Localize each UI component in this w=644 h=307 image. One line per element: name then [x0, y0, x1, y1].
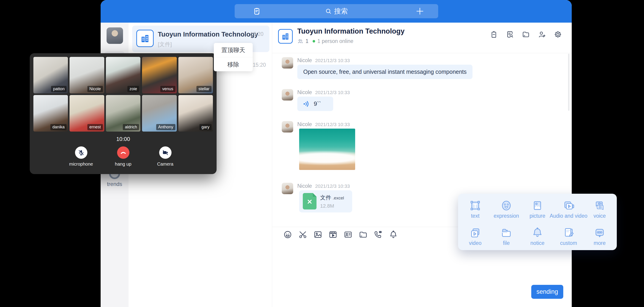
microphone-label: microphone	[69, 162, 93, 167]
send-button[interactable]: sending	[531, 285, 563, 299]
chat-history-icon[interactable]	[506, 30, 514, 39]
emoji-icon[interactable]	[283, 230, 292, 239]
scrollbar[interactable]	[568, 54, 570, 111]
chat-header-actions	[490, 30, 562, 39]
call-timer: 10:00	[30, 136, 216, 142]
popup-item-text[interactable]: text	[460, 200, 491, 223]
participant-tile: stellar	[178, 57, 213, 93]
participant-tile: ernest	[70, 95, 104, 132]
message-meta: Nicole2021/12/3 10:33	[297, 183, 350, 189]
participant-name: gary	[200, 124, 212, 130]
picture-icon	[532, 200, 544, 212]
file-size: 12.8M	[320, 203, 334, 209]
participant-name: Anthony	[156, 124, 176, 130]
expression-icon	[500, 200, 512, 212]
conversation-title: Tuoyun Information Technology	[158, 31, 258, 38]
menu-item-remove[interactable]: 移除	[214, 57, 253, 71]
popup-item-label: Audio and video	[550, 213, 588, 219]
conversation-time: 15:20	[250, 31, 264, 37]
video-icon[interactable]	[328, 230, 338, 239]
message-input-area[interactable]: sending	[272, 242, 572, 307]
microphone-button[interactable]	[75, 146, 87, 159]
chat-title: Tuoyun Information Technology	[297, 27, 404, 35]
add-member-icon[interactable]	[538, 30, 546, 39]
image-message[interactable]	[299, 129, 355, 170]
participant-grid: patton Nicole zoie venus stellar danika …	[34, 57, 213, 132]
my-avatar[interactable]	[106, 27, 123, 44]
file-message[interactable]: 文件 .excel 12.8M	[299, 190, 352, 212]
folder-icon[interactable]	[358, 230, 368, 239]
participant-name: zoie	[128, 86, 139, 92]
search-bar[interactable]: 搜索	[235, 4, 438, 18]
group-file-icon[interactable]	[522, 30, 530, 39]
popup-item-label: voice	[594, 213, 606, 219]
camera-off-icon	[162, 149, 169, 156]
participant-tile: Nicole	[70, 57, 104, 93]
image-icon[interactable]	[313, 230, 322, 239]
notification-icon[interactable]	[389, 230, 398, 239]
group-avatar[interactable]	[278, 29, 293, 44]
popup-item-video[interactable]: video	[460, 227, 491, 250]
camera-button[interactable]	[159, 146, 172, 159]
participant-name: aldrich	[123, 124, 139, 130]
mic-off-icon	[78, 149, 84, 156]
popup-item-custom[interactable]: custom	[553, 227, 584, 250]
sender-avatar[interactable]	[282, 89, 293, 100]
hangup-button[interactable]	[117, 146, 130, 159]
popup-item-voice[interactable]: voice	[584, 200, 615, 223]
participant-name: ernest	[87, 124, 103, 130]
clipboard-icon[interactable]	[252, 7, 261, 15]
chat-panel: Tuoyun Information Technology 1 1 person…	[272, 23, 572, 307]
sender-avatar[interactable]	[282, 57, 293, 68]
participant-tile: patton	[34, 57, 68, 93]
file-upload-icon	[500, 227, 512, 239]
chat-header: Tuoyun Information Technology 1 1 person…	[272, 23, 572, 53]
popup-item-audio-video[interactable]: Audio and video	[553, 200, 584, 223]
popup-item-label: file	[503, 240, 510, 246]
camera-control: Camera	[152, 146, 179, 167]
settings-icon[interactable]	[554, 30, 562, 39]
popup-item-file[interactable]: file	[491, 227, 522, 250]
participant-name: danika	[50, 124, 66, 130]
contact-card-icon[interactable]	[344, 230, 353, 239]
camera-label: Camera	[157, 162, 173, 167]
sender-name: Nicole	[297, 121, 312, 127]
screenshot-icon[interactable]	[298, 230, 307, 239]
message-time: 2021/12/3 10:33	[315, 122, 350, 127]
conversation-context-menu: 置顶聊天 移除	[214, 43, 253, 71]
voice-icon	[594, 200, 606, 212]
search-icon	[325, 8, 332, 15]
audio-video-icon	[562, 200, 574, 212]
participant-tile: zoie	[106, 57, 140, 93]
popup-item-label: more	[594, 240, 606, 246]
voice-duration: 9``	[314, 100, 321, 107]
popup-item-expression[interactable]: expression	[491, 200, 522, 223]
participant-tile: aldrich	[106, 95, 140, 132]
popup-item-label: picture	[530, 213, 545, 219]
video-call-icon[interactable]	[374, 230, 383, 239]
popup-item-picture[interactable]: picture	[522, 200, 553, 223]
voice-message[interactable]: 9``	[297, 97, 333, 111]
message-time: 2021/12/3 10:33	[315, 183, 350, 189]
message-time: 2021/12/3 10:33	[315, 58, 350, 63]
members-icon	[297, 38, 303, 44]
microphone-control: microphone	[68, 146, 95, 167]
participant-tile: venus	[142, 57, 176, 93]
menu-item-pin-chat[interactable]: 置顶聊天	[214, 43, 253, 57]
member-count: 1	[306, 38, 308, 44]
plus-icon[interactable]	[415, 7, 424, 16]
file-name: 文件 .excel	[320, 194, 344, 201]
participant-name: patton	[51, 86, 66, 92]
popup-item-notice[interactable]: notice	[522, 227, 553, 250]
sender-avatar[interactable]	[282, 183, 293, 194]
screen: 搜索 trends	[0, 0, 644, 307]
sender-avatar[interactable]	[282, 121, 293, 132]
text-message[interactable]: Open source, free, and universal instant…	[297, 65, 472, 79]
popup-item-more[interactable]: more	[584, 227, 615, 250]
group-notice-icon[interactable]	[490, 30, 498, 39]
online-text: 1 person online	[318, 38, 353, 44]
message-time: 2021/12/3 10:33	[315, 90, 350, 95]
search-field[interactable]: 搜索	[325, 7, 348, 16]
participant-tile: danika	[34, 95, 68, 132]
file-ext: .excel	[333, 196, 344, 200]
